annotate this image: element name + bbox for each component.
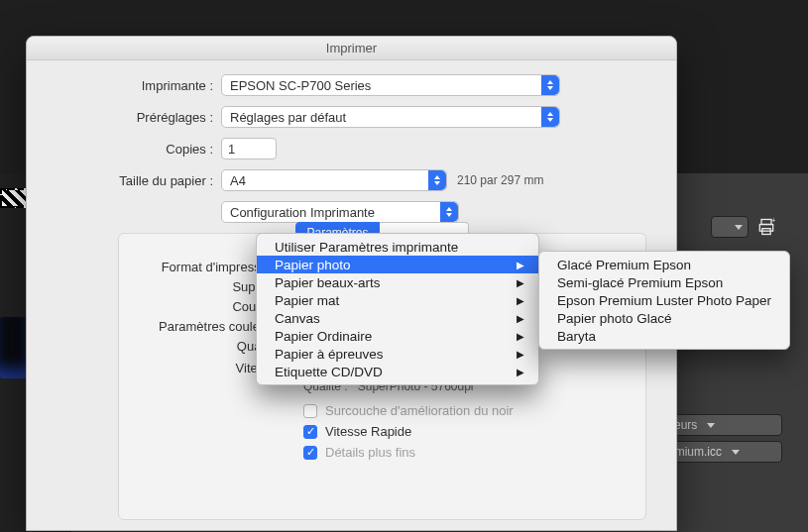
black-overlay-checkbox[interactable]: [303, 404, 317, 418]
panel-dropdown[interactable]: [711, 216, 749, 238]
menu-item-label: Utiliser Paramètres imprimante: [275, 240, 458, 255]
submenu-item-label: Papier photo Glacé: [557, 311, 672, 326]
submenu-item-label: Baryta: [557, 329, 596, 344]
submenu-item[interactable]: Epson Premium Luster Photo Paper: [539, 291, 789, 309]
submenu-item[interactable]: Semi-glacé Premium Epson: [539, 273, 789, 291]
presets-select[interactable]: Réglages par défaut: [221, 106, 560, 128]
updown-icon: [541, 107, 559, 127]
menu-item-label: Papier à épreuves: [275, 347, 384, 362]
copies-input[interactable]: 1: [221, 138, 277, 160]
submenu-item[interactable]: Glacé Premium Epson: [539, 256, 789, 273]
menu-item[interactable]: Papier mat▶: [257, 291, 538, 309]
print-icon[interactable]: +: [754, 216, 778, 238]
menu-item[interactable]: Utiliser Paramètres imprimante: [257, 238, 538, 256]
updown-icon: [440, 202, 458, 222]
printer-select[interactable]: EPSON SC-P700 Series: [221, 74, 560, 96]
menu-item-label: Canvas: [275, 311, 320, 326]
updown-icon: [428, 170, 446, 190]
fast-speed-label: Vitesse Rapide: [325, 424, 411, 439]
chevron-right-icon: ▶: [517, 331, 524, 342]
finer-details-checkbox[interactable]: ✓: [303, 446, 317, 460]
paper-size-select[interactable]: A4: [221, 169, 447, 191]
copies-value: 1: [228, 142, 235, 157]
submenu-item-label: Semi-glacé Premium Epson: [557, 275, 723, 290]
menu-item-label: Etiquette CD/DVD: [275, 365, 383, 379]
submenu-item[interactable]: Papier photo Glacé: [539, 309, 789, 327]
menu-item-label: Papier mat: [275, 293, 339, 308]
menu-item[interactable]: Papier beaux-arts▶: [257, 273, 538, 291]
paper-dimensions: 210 par 297 mm: [457, 173, 543, 187]
chevron-right-icon: ▶: [517, 349, 524, 360]
copies-label: Copies :: [47, 142, 221, 157]
chevron-right-icon: ▶: [517, 295, 524, 306]
menu-item-label: Papier Ordinaire: [275, 329, 372, 344]
updown-icon: [541, 75, 559, 95]
submenu-item[interactable]: Baryta: [539, 327, 789, 345]
menu-item[interactable]: Etiquette CD/DVD▶: [257, 363, 538, 380]
svg-text:+: +: [771, 217, 776, 225]
menu-item[interactable]: Papier photo▶: [257, 256, 538, 273]
photo-paper-submenu[interactable]: Glacé Premium EpsonSemi-glacé Premium Ep…: [538, 251, 790, 350]
submenu-item-label: Glacé Premium Epson: [557, 258, 691, 272]
menu-item[interactable]: Canvas▶: [257, 309, 538, 327]
finer-details-label: Détails plus fins: [325, 445, 415, 460]
presets-label: Préréglages :: [47, 110, 221, 125]
fast-speed-checkbox[interactable]: ✓: [303, 425, 317, 439]
submenu-item-label: Epson Premium Luster Photo Paper: [557, 293, 771, 308]
menu-item-label: Papier photo: [275, 258, 351, 272]
media-type-menu[interactable]: Utiliser Paramètres imprimantePapier pho…: [256, 233, 539, 385]
chevron-right-icon: ▶: [517, 313, 524, 324]
window-title: Imprimer: [27, 37, 676, 60]
printer-value: EPSON SC-P700 Series: [230, 78, 371, 93]
menu-item[interactable]: Papier Ordinaire▶: [257, 327, 538, 345]
menu-item-label: Papier beaux-arts: [275, 275, 381, 290]
paper-size-label: Taille du papier :: [47, 173, 221, 188]
svg-rect-0: [761, 220, 771, 225]
panel-field-colors[interactable]: eurs: [667, 414, 782, 436]
menu-item[interactable]: Papier à épreuves▶: [257, 345, 538, 363]
section-select[interactable]: Configuration Imprimante: [221, 201, 459, 223]
black-overlay-label: Surcouche d'amélioration du noir: [325, 403, 514, 418]
presets-value: Réglages par défaut: [230, 110, 346, 125]
chevron-right-icon: ▶: [517, 260, 524, 270]
section-value: Configuration Imprimante: [230, 205, 375, 220]
chevron-right-icon: ▶: [517, 367, 524, 377]
printer-label: Imprimante :: [47, 78, 221, 93]
panel-field-colors-text: eurs: [674, 418, 697, 432]
paper-size-value: A4: [230, 173, 246, 188]
chevron-right-icon: ▶: [517, 277, 524, 288]
